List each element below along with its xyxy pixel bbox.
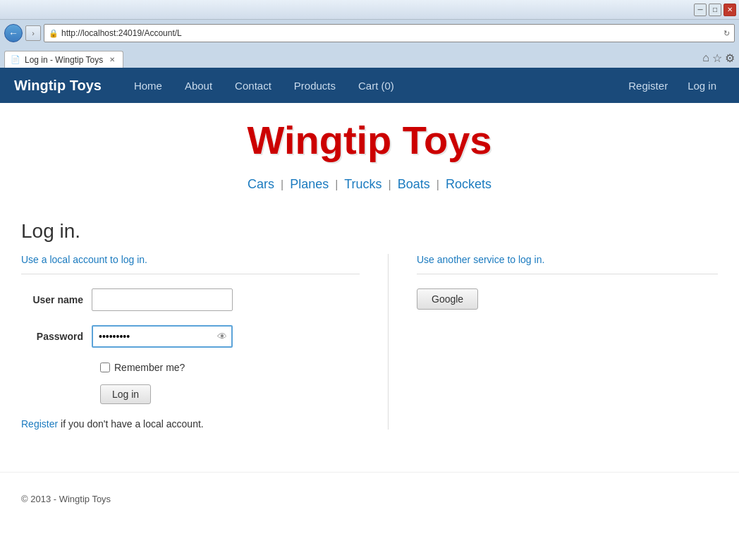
site-nav-right: Register Log in <box>620 80 725 92</box>
site-title-display: Wingtip Toys <box>0 103 739 170</box>
register-suffix: if you don't have a local account. <box>61 418 204 430</box>
site-nav-links: Home About Contact Products Cart (0) <box>123 68 620 103</box>
password-input[interactable] <box>92 325 233 348</box>
remember-me-label: Remember me? <box>114 362 185 373</box>
category-rockets[interactable]: Rockets <box>446 177 491 191</box>
remember-me-row: Remember me? <box>100 362 360 373</box>
login-button-row: Log in <box>100 384 360 404</box>
browser-window: ─ □ ✕ ← › 🔒 http://localhost:24019/Accou… <box>0 0 739 560</box>
external-divider <box>417 274 718 274</box>
favorites-icon[interactable]: ☆ <box>712 51 722 65</box>
category-trucks[interactable]: Trucks <box>344 177 381 191</box>
show-password-icon[interactable]: 👁 <box>217 331 227 342</box>
page-content: Wingtip Toys Home About Contact Products… <box>0 68 739 560</box>
maximize-button[interactable]: □ <box>709 4 721 16</box>
category-boats[interactable]: Boats <box>398 177 430 191</box>
cat-sep-3: | <box>389 178 391 190</box>
refresh-button[interactable]: ↻ <box>723 29 730 38</box>
nav-arrows: › <box>25 25 41 41</box>
cat-sep-1: | <box>281 178 283 190</box>
site-navbar: Wingtip Toys Home About Contact Products… <box>0 68 739 103</box>
google-login-button[interactable]: Google <box>417 288 478 310</box>
site-footer: © 2013 - Wingtip Toys <box>0 472 739 518</box>
nav-link-cart[interactable]: Cart (0) <box>347 68 405 103</box>
forward-button[interactable]: › <box>25 25 41 41</box>
password-group: Password 👁 <box>21 325 360 348</box>
address-text: http://localhost:24019/Account/L <box>61 28 721 38</box>
back-button[interactable]: ← <box>4 24 23 42</box>
tab-icon: 📄 <box>11 55 20 64</box>
close-button[interactable]: ✕ <box>723 4 736 16</box>
cat-sep-2: | <box>335 178 338 190</box>
nav-link-about[interactable]: About <box>173 68 224 103</box>
password-wrap: 👁 <box>92 325 233 348</box>
login-button[interactable]: Log in <box>100 384 151 404</box>
register-link[interactable]: Register <box>21 418 58 430</box>
browser-nav-bar: ← › 🔒 http://localhost:24019/Account/L ↻ <box>0 20 739 47</box>
site-brand-link[interactable]: Wingtip Toys <box>14 78 102 94</box>
address-bar[interactable]: 🔒 http://localhost:24019/Account/L ↻ <box>44 24 735 42</box>
login-columns: Use a local account to log in. User name… <box>21 254 718 430</box>
cat-sep-4: | <box>436 178 439 190</box>
settings-icon[interactable]: ⚙ <box>725 51 735 65</box>
username-input[interactable] <box>92 288 233 311</box>
nav-link-home[interactable]: Home <box>123 68 173 103</box>
browser-toolbar-icons: ⌂ ☆ ⚙ <box>702 51 735 65</box>
local-section-title: Use a local account to log in. <box>21 254 360 265</box>
username-label: User name <box>21 294 92 305</box>
site-title-text: Wingtip Toys <box>248 118 492 162</box>
nav-link-contact[interactable]: Contact <box>224 68 283 103</box>
categories-bar: Cars | Planes | Trucks | Boats | Rockets <box>0 170 739 206</box>
tab-close-button[interactable]: ✕ <box>107 55 117 65</box>
category-planes[interactable]: Planes <box>290 177 329 191</box>
title-bar: ─ □ ✕ <box>0 0 739 20</box>
nav-register-link[interactable]: Register <box>620 80 676 92</box>
remember-me-checkbox[interactable] <box>100 363 110 372</box>
tab-bar: 📄 Log in - Wingtip Toys ✕ ⌂ ☆ ⚙ <box>0 47 739 68</box>
login-local-section: Use a local account to log in. User name… <box>21 254 360 430</box>
minimize-button[interactable]: ─ <box>694 4 707 16</box>
nav-link-products[interactable]: Products <box>283 68 347 103</box>
footer-text: © 2013 - Wingtip Toys <box>21 494 111 504</box>
local-divider <box>21 274 360 274</box>
address-icon: 🔒 <box>49 29 59 38</box>
home-icon[interactable]: ⌂ <box>702 51 709 65</box>
register-row: Register if you don't have a local accou… <box>21 418 360 430</box>
username-group: User name <box>21 288 360 311</box>
password-label: Password <box>21 331 92 342</box>
external-section-title: Use another service to log in. <box>417 254 718 265</box>
tab-label: Log in - Wingtip Toys <box>25 55 103 65</box>
nav-login-link[interactable]: Log in <box>679 80 725 92</box>
active-tab[interactable]: 📄 Log in - Wingtip Toys ✕ <box>4 51 123 68</box>
category-cars[interactable]: Cars <box>248 177 274 191</box>
login-heading: Log in. <box>21 220 718 243</box>
login-external-section: Use another service to log in. Google <box>388 254 718 430</box>
main-content: Log in. Use a local account to log in. U… <box>0 206 739 451</box>
